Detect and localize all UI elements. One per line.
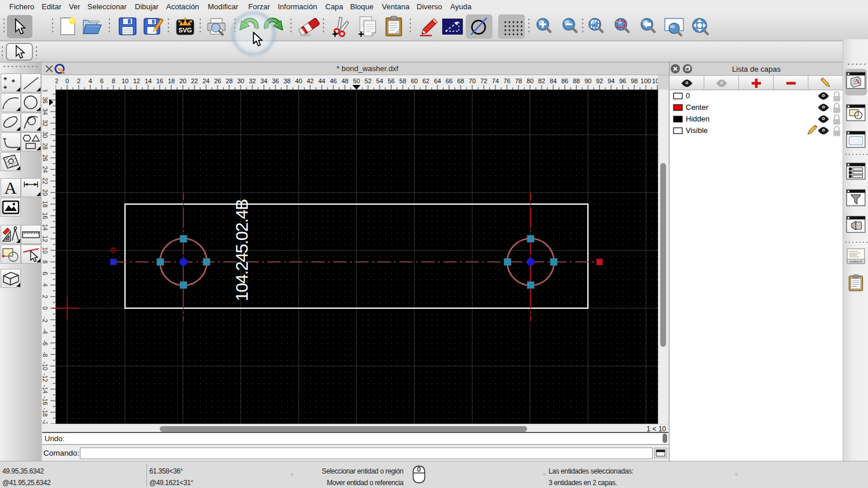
svg-text:90: 90 xyxy=(584,77,591,84)
svg-text:24: 24 xyxy=(42,166,49,173)
svg-text:10: 10 xyxy=(42,247,49,254)
svg-text:50: 50 xyxy=(353,77,360,84)
svg-text:18: 18 xyxy=(42,201,49,208)
svg-text:62: 62 xyxy=(422,77,429,84)
svg-text:78: 78 xyxy=(515,77,522,84)
svg-text:38: 38 xyxy=(42,90,49,92)
svg-text:30: 30 xyxy=(42,131,49,138)
svg-text:14: 14 xyxy=(42,224,49,231)
svg-text:-10: -10 xyxy=(42,361,49,370)
svg-text:8: 8 xyxy=(112,77,115,84)
svg-text:70: 70 xyxy=(469,77,476,84)
svg-text:68: 68 xyxy=(457,77,464,84)
svg-text:-20: -20 xyxy=(42,419,49,424)
svg-text:56: 56 xyxy=(388,77,395,84)
svg-text:24: 24 xyxy=(203,77,209,84)
svg-text:-12: -12 xyxy=(42,373,49,382)
svg-text:32: 32 xyxy=(249,77,256,84)
svg-text:34: 34 xyxy=(260,77,267,84)
svg-text:-8: -8 xyxy=(42,352,49,357)
svg-text:82: 82 xyxy=(538,77,545,84)
svg-text:-18: -18 xyxy=(42,408,49,416)
svg-text:8: 8 xyxy=(42,260,49,264)
svg-text:28: 28 xyxy=(42,143,49,150)
svg-text:30: 30 xyxy=(237,77,244,84)
svg-text:6: 6 xyxy=(42,272,49,275)
svg-text:60: 60 xyxy=(411,77,418,84)
svg-text:42: 42 xyxy=(307,77,314,84)
svg-text:44: 44 xyxy=(318,77,325,84)
svg-text:88: 88 xyxy=(573,77,580,84)
svg-text:92: 92 xyxy=(596,77,603,84)
svg-text:22: 22 xyxy=(191,77,198,84)
svg-text:20: 20 xyxy=(179,77,186,84)
svg-text:2: 2 xyxy=(77,77,80,84)
svg-text:94: 94 xyxy=(608,77,615,84)
svg-text:26: 26 xyxy=(214,77,221,84)
svg-text:48: 48 xyxy=(341,77,348,84)
svg-text:34: 34 xyxy=(42,108,49,115)
svg-text:58: 58 xyxy=(399,77,406,84)
svg-text:26: 26 xyxy=(42,154,49,161)
svg-text:4: 4 xyxy=(89,77,92,84)
svg-text:4: 4 xyxy=(42,283,49,287)
svg-text:96: 96 xyxy=(619,77,626,84)
svg-text:A: A xyxy=(4,178,17,197)
svg-text:16: 16 xyxy=(42,212,49,219)
svg-text:72: 72 xyxy=(480,77,487,84)
svg-text:32: 32 xyxy=(42,120,49,127)
svg-text:10: 10 xyxy=(122,77,128,84)
svg-text:-14: -14 xyxy=(42,385,49,393)
svg-text:18: 18 xyxy=(168,77,175,84)
svg-text:54: 54 xyxy=(376,77,383,84)
svg-text:100: 100 xyxy=(641,77,651,84)
svg-text:46: 46 xyxy=(330,77,337,84)
svg-text:-16: -16 xyxy=(42,396,49,405)
svg-text:-2: -2 xyxy=(56,77,58,84)
svg-text:2: 2 xyxy=(42,295,49,298)
svg-text:86: 86 xyxy=(561,77,568,84)
svg-text:64: 64 xyxy=(434,77,441,84)
svg-text:6: 6 xyxy=(100,77,104,84)
svg-text:-6: -6 xyxy=(42,340,49,345)
svg-text:-4: -4 xyxy=(42,328,49,334)
svg-text:52: 52 xyxy=(365,77,372,84)
svg-text:command: command xyxy=(849,260,862,264)
svg-text:102: 102 xyxy=(652,77,658,84)
svg-text:0: 0 xyxy=(42,306,49,310)
svg-text:SVG: SVG xyxy=(178,27,192,34)
svg-text:98: 98 xyxy=(631,77,638,84)
svg-text:28: 28 xyxy=(226,77,233,84)
svg-text:80: 80 xyxy=(527,77,534,84)
svg-text:66: 66 xyxy=(446,77,453,84)
svg-text:20: 20 xyxy=(42,189,49,196)
svg-text:14: 14 xyxy=(145,77,152,84)
svg-text:16: 16 xyxy=(156,77,163,84)
svg-text:74: 74 xyxy=(492,77,499,84)
svg-text:-2: -2 xyxy=(42,317,49,322)
svg-text:22: 22 xyxy=(42,178,49,184)
svg-text:12: 12 xyxy=(42,235,49,242)
svg-text:38: 38 xyxy=(284,77,290,84)
svg-text:36: 36 xyxy=(272,77,279,84)
svg-text:40: 40 xyxy=(295,77,302,84)
svg-text:12: 12 xyxy=(133,77,140,84)
svg-text:36: 36 xyxy=(42,97,49,103)
svg-text:76: 76 xyxy=(503,77,510,84)
svg-text:84: 84 xyxy=(550,77,557,84)
svg-text:0: 0 xyxy=(65,77,69,84)
svg-text:104.245.02.4B: 104.245.02.4B xyxy=(232,199,251,301)
